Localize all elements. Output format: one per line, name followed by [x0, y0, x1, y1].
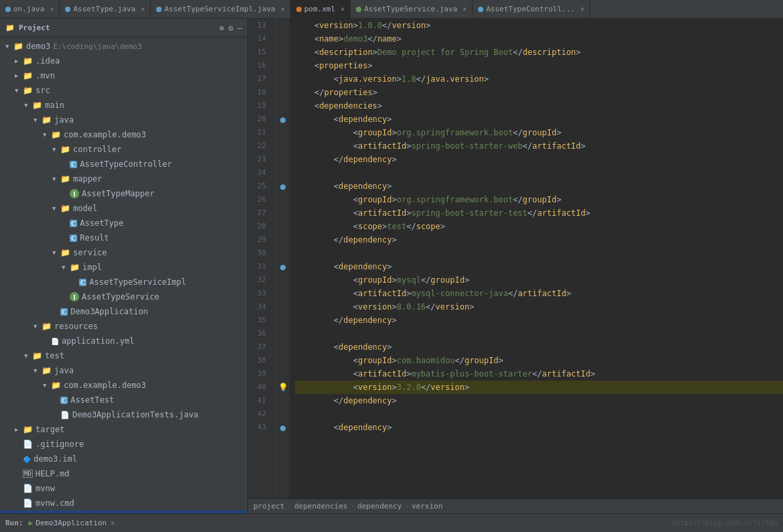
folder-icon: 📁: [60, 145, 70, 154]
code-line-38[interactable]: <groupId>com.baomidou</groupId>: [295, 354, 783, 367]
tab-close-controller[interactable]: ×: [581, 5, 585, 13]
line-num-24: 24: [248, 166, 270, 180]
breadcrumb-item-dependencies[interactable]: dependencies: [294, 502, 347, 511]
code-line-40[interactable]: <version>3.2.0</version>: [295, 381, 783, 394]
tree-item-mvnw[interactable]: 📄mvnw: [0, 481, 247, 496]
code-line-14[interactable]: <name>demo3</name>: [295, 32, 783, 46]
tree-item-target[interactable]: ▶📁target: [0, 422, 247, 437]
code-line-34[interactable]: <version>8.0.16</version>: [295, 300, 783, 314]
code-line-19[interactable]: <dependencies>: [295, 99, 783, 113]
code-line-17[interactable]: <java.version>1.8</java.version>: [295, 72, 783, 86]
tree-item-help-md[interactable]: MDHELP.md: [0, 466, 247, 481]
tab-asset-type-service[interactable]: AssetTypeService.java ×: [351, 0, 473, 18]
tree-item-resources[interactable]: ▼📁resources: [0, 319, 247, 334]
tree-item-main[interactable]: ▼📁main: [0, 98, 247, 113]
breadcrumb-item-dependency[interactable]: dependency: [357, 502, 402, 511]
tree-item-src[interactable]: ▼📁src: [0, 83, 247, 98]
code-line-15[interactable]: <description>Demo project for Spring Boo…: [295, 46, 783, 59]
code-line-27[interactable]: <artifactId>spring-boot-starter-test</ar…: [295, 206, 783, 220]
tree-item-AssetTypeService[interactable]: IAssetTypeService: [0, 289, 247, 304]
tree-item-mvnw-cmd[interactable]: 📄mvnw.cmd: [0, 496, 247, 511]
tree-item-Demo3Application[interactable]: CDemo3Application: [0, 304, 247, 319]
code-line-33[interactable]: <artifactId>mysql-connector-java</artifa…: [295, 287, 783, 300]
tree-item-java-main[interactable]: ▼📁java: [0, 113, 247, 127]
code-line-18[interactable]: </properties>: [295, 86, 783, 99]
tree-item-java-test[interactable]: ▼📁java: [0, 363, 247, 378]
code-line-22[interactable]: <artifactId>spring-boot-starter-web</art…: [295, 139, 783, 153]
code-line-16[interactable]: <properties>: [295, 59, 783, 72]
code-line-28[interactable]: <scope>test</scope>: [295, 220, 783, 233]
tree-item-demo3[interactable]: ▼📁demo3E:\coding\java\demo3: [0, 39, 247, 54]
tree-item-mapper[interactable]: ▼📁mapper: [0, 172, 247, 186]
code-line-26[interactable]: <groupId>org.springframework.boot</group…: [295, 193, 783, 206]
line-num-30: 30: [248, 247, 270, 260]
code-line-36[interactable]: [295, 327, 783, 340]
tree-item-test[interactable]: ▼📁test: [0, 348, 247, 363]
tree-item-idea[interactable]: ▶📁.idea: [0, 54, 247, 68]
folder-icon: 📁: [70, 263, 80, 272]
code-line-30[interactable]: [295, 247, 783, 260]
tab-close-pom[interactable]: ×: [341, 5, 345, 13]
run-close-button[interactable]: ×: [111, 519, 115, 527]
code-line-41[interactable]: </dependency>: [295, 394, 783, 407]
tab-asset-type-controller[interactable]: AssetTypeControll... ×: [473, 0, 590, 18]
breadcrumb-item-version[interactable]: version: [412, 502, 442, 511]
line-num-16: 16: [248, 59, 270, 72]
minimize-icon[interactable]: —: [237, 23, 242, 33]
tree-item-demo3-iml[interactable]: 🔷demo3.iml: [0, 452, 247, 466]
tab-asset-type[interactable]: AssetType.java ×: [60, 0, 151, 18]
code-line-13[interactable]: <version>1.0.0</version>: [295, 19, 783, 32]
code-content[interactable]: <version>1.0.0</version> <name>demo3</na…: [290, 19, 783, 498]
breadcrumb-item-project[interactable]: project: [253, 502, 284, 511]
tab-pom-xml[interactable]: pom.xml ×: [291, 0, 351, 18]
tree-item-AssetTypeController[interactable]: CAssetTypeController: [0, 157, 247, 172]
add-icon[interactable]: ⊕: [219, 23, 224, 33]
tree-item-Result[interactable]: CResult: [0, 230, 247, 245]
gutter-cell-36: [276, 327, 290, 340]
code-line-23[interactable]: </dependency>: [295, 153, 783, 166]
tree-item-com-example-test[interactable]: ▼📁com.example.demo3: [0, 378, 247, 393]
tree-item-controller[interactable]: ▼📁controller: [0, 142, 247, 157]
tab-close-service[interactable]: ×: [463, 5, 467, 13]
tab-on-java[interactable]: on.java ×: [0, 0, 60, 18]
line-num-27: 27: [248, 206, 270, 220]
code-line-32[interactable]: <groupId>mysql</groupId>: [295, 273, 783, 287]
tree-item-model[interactable]: ▼📁model: [0, 201, 247, 216]
code-line-20[interactable]: <dependency>: [295, 113, 783, 126]
code-line-29[interactable]: </dependency>: [295, 233, 783, 247]
tree-label: model: [73, 204, 97, 213]
code-line-21[interactable]: <groupId>org.springframework.boot</group…: [295, 126, 783, 139]
gutter-cell-43: ●: [276, 421, 290, 434]
code-line-43[interactable]: <dependency>: [295, 421, 783, 434]
tree-item-AssetType[interactable]: CAssetType: [0, 216, 247, 230]
code-line-42[interactable]: [295, 407, 783, 421]
tab-label-on-java: on.java: [13, 5, 44, 13]
code-line-37[interactable]: <dependency>: [295, 340, 783, 354]
line-num-15: 15: [248, 46, 270, 59]
line-num-33: 33: [248, 287, 270, 300]
tab-close-on-java[interactable]: ×: [50, 5, 54, 13]
code-line-35[interactable]: </dependency>: [295, 314, 783, 327]
tree-item-com-example[interactable]: ▼📁com.example.demo3: [0, 127, 247, 142]
code-line-39[interactable]: <artifactId>mybatis-plus-boot-starter</a…: [295, 367, 783, 381]
tab-close-asset-type[interactable]: ×: [141, 5, 145, 13]
hint-bulb-icon[interactable]: 💡: [278, 383, 288, 392]
tree-item-Demo3ApplicationTests[interactable]: 📄Demo3ApplicationTests.java: [0, 407, 247, 422]
tree-item-AssetTypeMapper[interactable]: IAssetTypeMapper: [0, 186, 247, 201]
tab-asset-type-service-impl[interactable]: AssetTypeServiceImpl.java ×: [151, 0, 291, 18]
code-line-25[interactable]: <dependency>: [295, 180, 783, 193]
code-line-24[interactable]: [295, 166, 783, 180]
run-app-button[interactable]: ▶ Demo3Application ×: [29, 519, 115, 527]
tree-item-gitignore[interactable]: 📄.gitignore: [0, 437, 247, 452]
tab-close-impl[interactable]: ×: [281, 5, 285, 13]
tree-label: test: [45, 351, 64, 360]
tree-item-AssetTypeServiceImpl[interactable]: CAssetTypeServiceImpl: [0, 275, 247, 289]
tree-item-service[interactable]: ▼📁service: [0, 245, 247, 260]
settings-icon[interactable]: ⚙: [229, 23, 233, 33]
code-line-31[interactable]: <dependency>: [295, 260, 783, 273]
tree-item-mvn[interactable]: ▶📁.mvn: [0, 68, 247, 83]
tree-item-application-yml[interactable]: 📄application.yml: [0, 334, 247, 348]
folder-icon: 📁: [13, 42, 23, 51]
tree-item-AssetTest[interactable]: CAssetTest: [0, 393, 247, 407]
tree-item-impl[interactable]: ▼📁impl: [0, 260, 247, 275]
